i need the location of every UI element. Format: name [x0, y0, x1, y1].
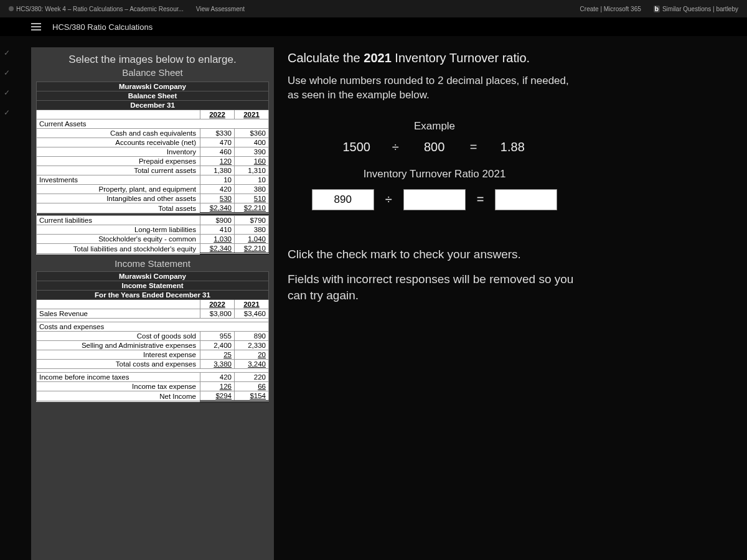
income-statement-table[interactable]: Murawski Company Income Statement For th… [36, 271, 269, 402]
tab-favicon [9, 6, 14, 11]
row-2021: 380 [235, 225, 269, 235]
table-row: Selling and Administrative expenses2,400… [37, 341, 269, 350]
row-2022: 126 [200, 382, 235, 391]
row-label: Property, plant, and equipment [37, 185, 200, 194]
row-2021: 2,330 [235, 341, 269, 350]
row-label: Cost of goods sold [37, 332, 200, 341]
numerator-input[interactable] [312, 189, 374, 210]
bs-asof: December 31 [37, 101, 269, 110]
equals-icon: = [470, 140, 477, 154]
current-liab-label: Current liabilities [37, 216, 200, 225]
menu-icon[interactable] [31, 23, 41, 30]
table-row: Total liabilities and stockholder's equi… [37, 244, 269, 254]
question-body: Use whole numbers rounded to 2 decimal p… [288, 74, 581, 103]
table-row: Cost of goods sold955890 [37, 332, 269, 341]
browser-tab[interactable]: HCS/380: Week 4 – Ratio Calculations – A… [5, 4, 187, 14]
costs-label: Costs and expenses [37, 322, 269, 332]
bs-report: Balance Sheet [37, 91, 269, 101]
page-header: HCS/380 Ratio Calculations [0, 17, 747, 36]
row-2021: $360 [235, 129, 269, 138]
row-2022: 420 [200, 185, 235, 194]
row-2022: 1,030 [200, 235, 235, 244]
row-2022: 410 [200, 225, 235, 235]
cl-2021: $790 [235, 216, 269, 225]
row-label: Prepaid expenses [37, 157, 200, 166]
row-2022: 460 [200, 147, 235, 157]
browser-tab[interactable]: View Assessment [192, 4, 248, 14]
tab-label: HCS/380: Week 4 – Ratio Calculations – A… [16, 6, 184, 12]
row-2022: 2,400 [200, 341, 235, 350]
balance-sheet-table[interactable]: Murawski Company Balance Sheet December … [36, 82, 269, 254]
ratio-label: Inventory Turnover Ratio 2021 [288, 168, 581, 180]
browser-tab[interactable]: Create | Microsoft 365 [576, 4, 645, 14]
row-label: Selling and Administrative expenses [37, 341, 200, 350]
sales-2021: $3,460 [235, 309, 269, 319]
chevron-icon[interactable]: ✓ [4, 88, 10, 97]
reference-panel: Select the images below to enlarge. Bala… [31, 47, 274, 560]
cl-2022: $900 [200, 216, 235, 225]
sales-label: Sales Revenue [37, 309, 200, 319]
row-label: Accounts receivable (net) [37, 138, 200, 147]
example-row: 1500 ÷ 800 = 1.88 [288, 140, 581, 154]
equals-icon: = [477, 192, 484, 207]
current-assets-label: Current Assets [37, 119, 269, 129]
chevron-icon[interactable]: ✓ [4, 49, 10, 57]
question-panel: Calculate the 2021 Inventory Turnover ra… [285, 47, 584, 560]
row-2022: $2,340 [200, 203, 235, 213]
table-row: Long-term liabilities410380 [37, 225, 269, 235]
row-2021: 890 [235, 332, 269, 341]
chevron-icon[interactable]: ✓ [4, 108, 10, 117]
row-label: Total costs and expenses [37, 360, 200, 369]
retry-hint: Fields with incorrect responses will be … [288, 271, 581, 303]
income-statement-heading: Income Statement [36, 258, 269, 269]
result-input[interactable] [495, 189, 557, 210]
row-label: Interest expense [37, 350, 200, 360]
answer-row: ÷ = [288, 189, 581, 210]
row-2021: 160 [235, 157, 269, 166]
browser-tab-strip: HCS/380: Week 4 – Ratio Calculations – A… [0, 0, 747, 17]
denominator-input[interactable] [403, 189, 466, 210]
bartleby-icon: b [654, 6, 660, 12]
row-2022: 470 [200, 138, 235, 147]
is-company: Murawski Company [37, 272, 269, 281]
row-2022: 3,380 [200, 360, 235, 369]
browser-tab[interactable]: b Similar Questions | bartleby [650, 4, 742, 14]
row-2021: $2,210 [235, 244, 269, 254]
row-2021: 1,310 [235, 166, 269, 175]
row-label: Total current assets [37, 166, 200, 175]
row-2021: 400 [235, 138, 269, 147]
is-report: Income Statement [37, 281, 269, 291]
row-label: Cash and cash equivalents [37, 129, 200, 138]
question-title-bold: 2021 [364, 51, 392, 65]
tab-label: Create | Microsoft 365 [580, 6, 641, 12]
enlarge-hint: Select the images below to enlarge. [36, 54, 269, 66]
investments-2022: 10 [200, 175, 235, 185]
divide-icon: ÷ [392, 140, 399, 154]
table-row: Inventory460390 [37, 147, 269, 157]
row-2022: $330 [200, 129, 235, 138]
tab-label: Similar Questions | bartleby [662, 6, 738, 12]
row-label: Intangibles and other assets [37, 194, 200, 203]
example-result: 1.88 [491, 140, 534, 154]
row-2022: $2,340 [200, 244, 235, 254]
row-label: Inventory [37, 147, 200, 157]
table-row: Total assets$2,340$2,210 [37, 203, 269, 213]
row-2022: 120 [200, 157, 235, 166]
row-label: Income tax expense [37, 382, 200, 391]
row-2022: 530 [200, 194, 235, 203]
row-2021: 66 [235, 382, 269, 391]
table-row: Total current assets1,3801,310 [37, 166, 269, 175]
row-2021: 1,040 [235, 235, 269, 244]
table-row: Income tax expense12666 [37, 382, 269, 391]
row-2021: 390 [235, 147, 269, 157]
tab-label: View Assessment [196, 6, 245, 12]
table-row: Cash and cash equivalents$330$360 [37, 129, 269, 138]
example-denominator: 800 [413, 140, 456, 154]
investments-2021: 10 [235, 175, 269, 185]
row-2022: 25 [200, 350, 235, 360]
page-title: HCS/380 Ratio Calculations [52, 22, 153, 32]
row-2021: $154 [235, 391, 269, 401]
bs-company: Murawski Company [37, 82, 269, 91]
chevron-icon[interactable]: ✓ [4, 68, 10, 77]
investments-label: Investments [37, 175, 200, 185]
